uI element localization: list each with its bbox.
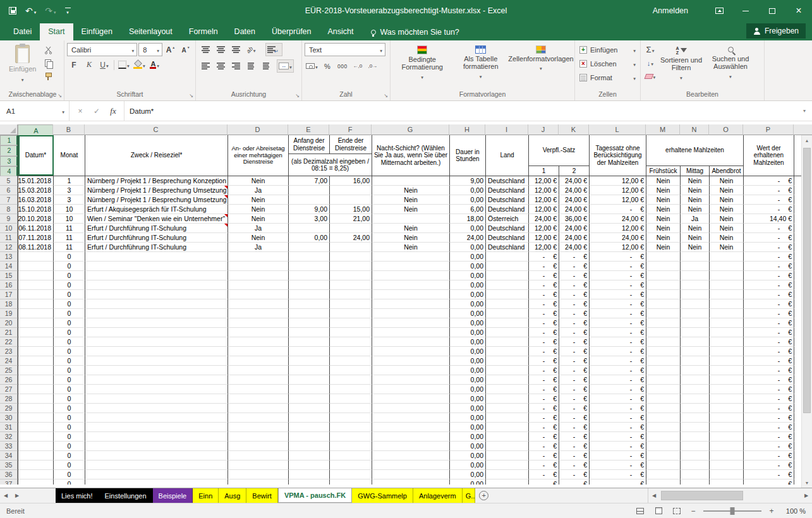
column-header-D[interactable]: D: [227, 124, 288, 135]
cell-L30[interactable]: -€: [590, 413, 646, 423]
row-header-9[interactable]: 9: [0, 214, 18, 224]
cell-N36[interactable]: [681, 470, 710, 479]
cell-G14[interactable]: [372, 262, 450, 271]
cell-F7[interactable]: [330, 195, 372, 205]
cell-F26[interactable]: [330, 375, 372, 385]
cell-C37[interactable]: [85, 479, 228, 485]
undo-button[interactable]: [25, 6, 36, 16]
row-header-34[interactable]: 34: [0, 451, 18, 461]
row-header-10[interactable]: 10: [0, 224, 18, 233]
italic-button[interactable]: K: [82, 58, 96, 71]
cell-M13[interactable]: [646, 252, 681, 262]
cell-O27[interactable]: [710, 385, 744, 394]
sheet-tab-anlageverm[interactable]: Anlageverm: [413, 488, 463, 503]
maximize-button[interactable]: [759, 0, 785, 21]
cell-P31[interactable]: -€: [744, 423, 794, 432]
row-header-8[interactable]: 8: [0, 205, 18, 214]
column-header-L[interactable]: L: [589, 124, 646, 135]
cell-B26[interactable]: 0: [54, 375, 85, 385]
cell-P28[interactable]: -€: [744, 394, 794, 404]
cell-L23[interactable]: -€: [590, 347, 646, 356]
header-fruehstueck[interactable]: Frühstück: [646, 166, 681, 176]
cell-P26[interactable]: -€: [744, 375, 794, 385]
cell-A16[interactable]: [18, 280, 54, 290]
cell-B30[interactable]: 0: [54, 413, 85, 423]
cell-H22[interactable]: 0,00: [450, 337, 486, 347]
cell-A8[interactable]: 15.10.2018: [18, 205, 54, 214]
row-header-28[interactable]: 28: [0, 394, 18, 404]
row-header-24[interactable]: 24: [0, 356, 18, 366]
cell-K6[interactable]: 24,00 €: [559, 186, 590, 195]
cell-I37[interactable]: [486, 479, 529, 485]
clear-button[interactable]: [643, 69, 657, 83]
font-dialog-launcher[interactable]: [189, 93, 193, 99]
tell-me-box[interactable]: Was möchten Sie tun?: [371, 23, 459, 40]
cell-D19[interactable]: [228, 309, 289, 318]
cell-F18[interactable]: [330, 299, 372, 309]
cell-I11[interactable]: Deutschland: [486, 233, 529, 243]
cell-B28[interactable]: 0: [54, 394, 85, 404]
cell-G7[interactable]: Nein: [372, 195, 450, 205]
cell-P11[interactable]: -€: [744, 233, 794, 243]
row-header-11[interactable]: 11: [0, 233, 18, 243]
row-header-29[interactable]: 29: [0, 404, 18, 413]
cell-A18[interactable]: [18, 299, 54, 309]
cell-I28[interactable]: [486, 394, 529, 404]
cell-H12[interactable]: 0,00: [450, 243, 486, 252]
cell-B19[interactable]: 0: [54, 309, 85, 318]
cell-P7[interactable]: -€: [744, 195, 794, 205]
cell-H33[interactable]: 0,00: [450, 442, 486, 451]
cell-J32[interactable]: -€: [529, 432, 559, 442]
cell-P25[interactable]: -€: [744, 366, 794, 375]
cell-M35[interactable]: [646, 461, 681, 470]
cell-I31[interactable]: [486, 423, 529, 432]
vertical-scroll-thumb[interactable]: [803, 148, 811, 413]
cell-L5[interactable]: 12,00 €: [590, 176, 646, 186]
cell-H9[interactable]: 18,00: [450, 214, 486, 224]
cell-K28[interactable]: -€: [559, 394, 590, 404]
cell-J18[interactable]: -€: [529, 299, 559, 309]
cell-D31[interactable]: [228, 423, 289, 432]
cell-A28[interactable]: [18, 394, 54, 404]
cell-P10[interactable]: -€: [744, 224, 794, 233]
cell-L15[interactable]: -€: [590, 271, 646, 280]
increase-indent-button[interactable]: [259, 59, 273, 73]
cell-J37[interactable]: -€: [529, 479, 559, 485]
row-header-32[interactable]: 32: [0, 432, 18, 442]
cell-J6[interactable]: 12,00 €: [529, 186, 559, 195]
cell-H16[interactable]: 0,00: [450, 280, 486, 290]
cell-D13[interactable]: [228, 252, 289, 262]
cell-J7[interactable]: 12,00 €: [529, 195, 559, 205]
cell-L8[interactable]: -€: [590, 205, 646, 214]
cell-J23[interactable]: -€: [529, 347, 559, 356]
signin-link[interactable]: Anmelden: [653, 6, 688, 15]
cell-E17[interactable]: [289, 290, 330, 299]
cell-K14[interactable]: -€: [559, 262, 590, 271]
cell-C13[interactable]: [85, 252, 228, 262]
increase-font-button[interactable]: [164, 43, 178, 56]
orientation-button[interactable]: [244, 43, 258, 56]
cell-A36[interactable]: [18, 470, 54, 479]
cell-M23[interactable]: [646, 347, 681, 356]
cell-D9[interactable]: Nein: [228, 214, 289, 224]
cell-C33[interactable]: [85, 442, 228, 451]
cell-C5[interactable]: Nürnberg / Projekt 1 / Besprechung Konze…: [85, 176, 228, 186]
align-top-button[interactable]: [198, 43, 212, 56]
header-abendbrot[interactable]: Abendbrot: [710, 166, 743, 176]
comma-style-button[interactable]: 000: [336, 59, 349, 73]
decrease-font-button[interactable]: [179, 43, 193, 56]
cell-E10[interactable]: [289, 224, 330, 233]
sheet-tab-beispiele[interactable]: Beispiele: [153, 488, 193, 503]
cell-E28[interactable]: [289, 394, 330, 404]
cell-N31[interactable]: [681, 423, 710, 432]
cell-E9[interactable]: 3,00: [289, 214, 330, 224]
cell-M28[interactable]: [646, 394, 681, 404]
cell-J19[interactable]: -€: [529, 309, 559, 318]
insert-cells-button[interactable]: Einfügen: [578, 43, 638, 57]
cell-C7[interactable]: Nürnberg / Projekt 1 / Besprechung Umset…: [85, 195, 228, 205]
cell-H13[interactable]: 0,00: [450, 252, 486, 262]
row-header-3[interactable]: 3: [0, 156, 18, 166]
cell-G19[interactable]: [372, 309, 450, 318]
ribbon-tab-ansicht[interactable]: Ansicht: [320, 23, 362, 40]
enter-formula-button[interactable]: [88, 107, 105, 116]
